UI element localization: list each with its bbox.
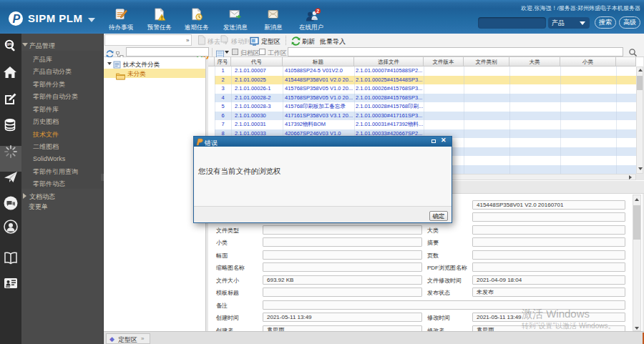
svg-text:2: 2 xyxy=(316,9,319,14)
svg-text:SIPM: SIPM xyxy=(5,43,13,46)
